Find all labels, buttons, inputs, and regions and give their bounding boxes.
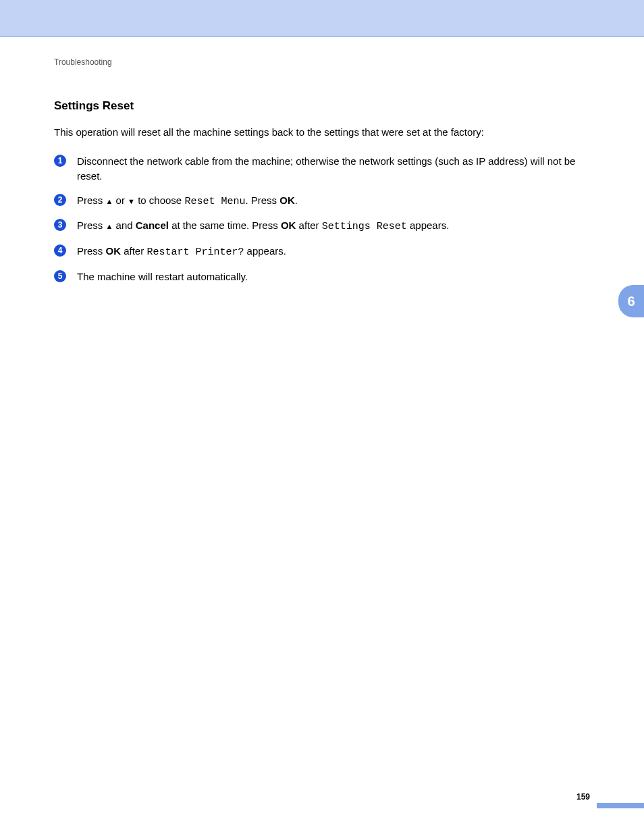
step-bullet-icon: 3 [54, 219, 66, 231]
text-fragment: appears. [244, 245, 286, 257]
bold-text: Cancel [136, 219, 169, 231]
text-fragment: and [113, 219, 135, 231]
text-fragment: Press [77, 219, 106, 231]
step-text: Press ▲ or ▼ to choose Reset Menu. Press… [77, 193, 590, 209]
text-fragment: after [121, 245, 146, 257]
step-text: The machine will restart automatically. [77, 269, 590, 284]
step-3: 3 Press ▲ and Cancel at the same time. P… [54, 218, 590, 234]
mono-text: Restart Printer? [146, 246, 244, 258]
step-bullet-icon: 2 [54, 194, 66, 206]
header-bar [0, 0, 644, 37]
text-fragment: after [296, 219, 321, 231]
footer-accent [597, 803, 644, 808]
step-bullet-icon: 5 [54, 270, 66, 282]
text-fragment: . Press [245, 194, 279, 206]
bold-text: OK [106, 245, 122, 257]
text-fragment: or [113, 194, 128, 206]
section-title: Settings Reset [54, 99, 590, 113]
arrow-down-icon: ▼ [128, 197, 135, 207]
step-text: Disconnect the network cable from the ma… [77, 154, 590, 184]
step-5: 5 The machine will restart automatically… [54, 269, 590, 284]
step-1: 1 Disconnect the network cable from the … [54, 154, 590, 184]
bold-text: OK [279, 194, 295, 206]
breadcrumb: Troubleshooting [54, 57, 590, 67]
step-text: Press ▲ and Cancel at the same time. Pre… [77, 218, 590, 234]
page-content: Troubleshooting Settings Reset This oper… [0, 37, 644, 284]
arrow-up-icon: ▲ [106, 197, 113, 207]
step-bullet-icon: 4 [54, 244, 66, 257]
step-4: 4 Press OK after Restart Printer? appear… [54, 244, 590, 260]
mono-text: Reset Menu [184, 196, 245, 207]
bold-text: OK [281, 219, 296, 231]
intro-text: This operation will reset all the machin… [54, 125, 590, 139]
arrow-up-icon: ▲ [106, 221, 113, 232]
text-fragment: at the same time. Press [169, 219, 281, 231]
text-fragment: Press [77, 194, 106, 206]
text-fragment: Press [77, 245, 106, 257]
mono-text: Settings Reset [322, 221, 407, 232]
page-number: 159 [576, 792, 590, 802]
step-2: 2 Press ▲ or ▼ to choose Reset Menu. Pre… [54, 193, 590, 209]
chapter-tab[interactable]: 6 [618, 285, 644, 317]
text-fragment: appears. [407, 219, 450, 231]
step-text: Press OK after Restart Printer? appears. [77, 244, 590, 260]
text-fragment: . [295, 194, 298, 206]
step-bullet-icon: 1 [54, 155, 66, 167]
text-fragment: to choose [135, 194, 184, 206]
